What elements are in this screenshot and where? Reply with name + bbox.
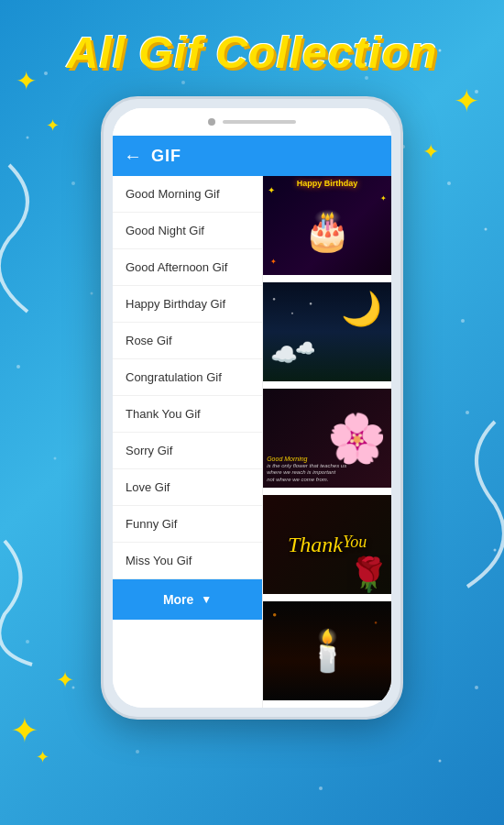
- svg-point-11: [485, 228, 488, 231]
- rose-icon: 🌹: [348, 556, 389, 594]
- menu-item-love[interactable]: Love Gif: [113, 469, 262, 506]
- svg-point-24: [91, 292, 93, 295]
- svg-point-15: [494, 549, 497, 552]
- more-button[interactable]: More ▼: [113, 579, 262, 620]
- preview-grid: Happy Birthday 🎂 ✦ ✦ ✦ 🌙 ☁️ ☁️ ● ● ●: [263, 176, 391, 708]
- thankyou-text2: You: [343, 533, 367, 552]
- svg-point-7: [27, 137, 29, 139]
- phone-device: ← GIF Good Morning Gif Good Night Gif Go…: [101, 96, 403, 720]
- preview-night[interactable]: 🌙 ☁️ ☁️ ● ● ●: [263, 282, 391, 383]
- wave-left: [0, 147, 110, 330]
- preview-thankyou[interactable]: 🌹 Thank You: [263, 495, 391, 596]
- menu-item-rose[interactable]: Rose Gif: [113, 323, 262, 359]
- yellow-star-4: ✦: [422, 140, 439, 164]
- birthday-cake-icon: 🎂: [303, 208, 351, 253]
- svg-point-17: [72, 687, 75, 689]
- star-dot-2: ●: [290, 310, 293, 315]
- morning-overlay-text: Good Morning is the only flower that tea…: [267, 455, 346, 484]
- menu-item-good-afternoon[interactable]: Good Afternoon Gif: [113, 249, 262, 286]
- svg-point-16: [26, 640, 29, 644]
- svg-point-20: [136, 750, 139, 754]
- svg-point-21: [319, 786, 323, 790]
- preview-birthday[interactable]: Happy Birthday 🎂 ✦ ✦ ✦: [263, 176, 391, 277]
- menu-item-happy-birthday[interactable]: Happy Birthday Gif: [113, 286, 262, 323]
- birthday-label-text: Happy Birthday: [263, 179, 391, 188]
- menu-list: Good Morning Gif Good Night Gif Good Aft…: [113, 176, 263, 708]
- svg-point-19: [439, 760, 442, 763]
- thankyou-text: Thank: [288, 533, 343, 557]
- menu-item-miss-you[interactable]: Miss You Gif: [113, 543, 262, 579]
- menu-item-funny[interactable]: Funny Gif: [113, 506, 262, 543]
- menu-item-good-night[interactable]: Good Night Gif: [113, 213, 262, 249]
- header-title: GIF: [151, 147, 181, 166]
- sparkle-icon-1: ✦: [268, 185, 275, 195]
- menu-item-sorry[interactable]: Sorry Gif: [113, 433, 262, 469]
- svg-point-0: [44, 72, 48, 75]
- yellow-star-5: ✦: [10, 710, 39, 751]
- svg-point-18: [475, 686, 478, 689]
- preview-candle[interactable]: 🕯️ ● ●: [263, 601, 391, 702]
- sparkle-icon-3: ✦: [270, 258, 277, 266]
- phone-screen: ← GIF Good Morning Gif Good Night Gif Go…: [113, 108, 391, 708]
- wave-right: [394, 412, 504, 596]
- svg-point-8: [71, 182, 75, 185]
- candle-icon: 🕯️: [302, 627, 353, 675]
- svg-point-5: [439, 50, 442, 52]
- app-title: All Gif Collection: [67, 28, 438, 78]
- yellow-star-2: ✦: [46, 116, 60, 136]
- content-area: Good Morning Gif Good Night Gif Good Aft…: [113, 176, 391, 708]
- status-bar: [113, 108, 391, 136]
- moon-icon: 🌙: [341, 290, 382, 328]
- svg-point-14: [466, 411, 469, 414]
- svg-point-13: [54, 457, 57, 460]
- svg-point-2: [181, 81, 185, 84]
- cloud-icon-1: ☁️: [270, 342, 298, 368]
- svg-point-12: [16, 365, 20, 368]
- preview-morning[interactable]: 🌸 Good Morning is the only flower that t…: [263, 389, 391, 490]
- svg-point-6: [475, 90, 478, 94]
- yellow-star-7: ✦: [36, 747, 49, 767]
- star-dot-1: ●: [272, 296, 276, 302]
- menu-item-congratulation[interactable]: Congratulation Gif: [113, 359, 262, 396]
- yellow-star-1: ✦: [16, 66, 37, 96]
- wave-left-bottom: [0, 532, 92, 669]
- camera-notch: [208, 118, 215, 126]
- svg-point-10: [447, 182, 451, 185]
- glow-dot-2: ●: [374, 620, 378, 625]
- menu-item-good-morning[interactable]: Good Morning Gif: [113, 176, 262, 213]
- svg-point-25: [461, 319, 465, 323]
- yellow-star-6: ✦: [56, 667, 74, 693]
- star-dot-3: ●: [309, 301, 312, 306]
- app-header: ← GIF: [113, 136, 391, 176]
- back-button[interactable]: ←: [124, 146, 142, 167]
- status-line: [223, 120, 296, 124]
- glow-dot-1: ●: [272, 610, 277, 619]
- cloud-icon-2: ☁️: [295, 338, 315, 358]
- sparkle-icon-2: ✦: [380, 194, 387, 203]
- yellow-star-3: ✦: [454, 82, 479, 119]
- menu-item-thank-you[interactable]: Thank You Gif: [113, 396, 262, 433]
- chevron-down-icon: ▼: [201, 593, 212, 606]
